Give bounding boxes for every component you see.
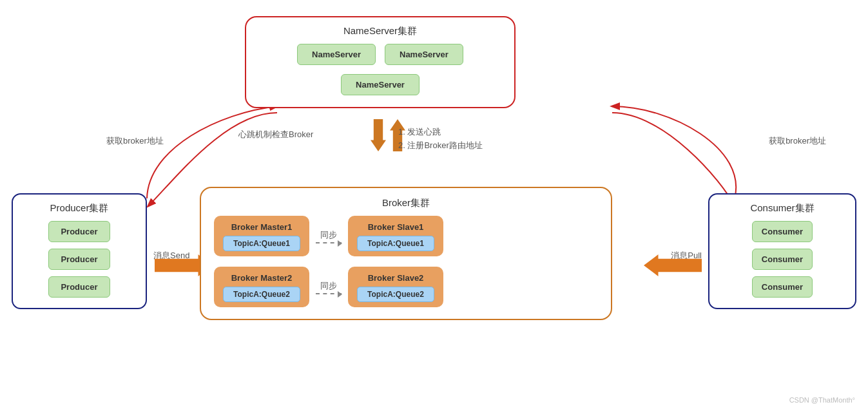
broker-master1-topic: TopicA:Queue1 <box>223 236 300 251</box>
broker-master1-title: Broker Master1 <box>223 222 300 232</box>
arrow-down <box>371 119 386 151</box>
broker-master2-title: Broker Master2 <box>223 273 300 283</box>
broker-master1-box: Broker Master1 TopicA:Queue1 <box>214 216 309 256</box>
dashed-line-2 <box>316 293 342 294</box>
get-broker-left-label: 获取broker地址 <box>106 135 164 147</box>
consumer-cluster-label: Consumer集群 <box>720 202 845 214</box>
heartbeat-action-2: 2. 注册Broker路由地址 <box>398 139 483 153</box>
heartbeat-actions-label: 1. 发送心跳 2. 注册Broker路由地址 <box>398 126 483 153</box>
dashed-arrow-1 <box>316 242 342 243</box>
producer-box-3: Producer <box>48 276 110 298</box>
nameserver-box-3: NameServer <box>341 74 420 95</box>
producer-cluster-label: Producer集群 <box>23 202 135 214</box>
producer-cluster: Producer集群 Producer Producer Producer <box>12 193 147 309</box>
broker-row-2: Broker Master2 TopicA:Queue2 同步 Broker S… <box>214 267 598 307</box>
broker-slave1-title: Broker Slave1 <box>357 222 434 232</box>
watermark: CSDN @ThatMonth° <box>789 396 855 404</box>
nameserver-cluster: NameServer集群 NameServer NameServer NameS… <box>245 16 516 108</box>
orange-arrow-left-icon <box>644 254 702 276</box>
dashed-line-1 <box>316 242 342 243</box>
broker-slave2-box: Broker Slave2 TopicA:Queue2 <box>348 267 443 307</box>
broker-cluster: Broker集群 Broker Master1 TopicA:Queue1 同步… <box>200 187 612 320</box>
producer-box-2: Producer <box>48 249 110 270</box>
get-broker-right-label: 获取broker地址 <box>769 135 826 147</box>
dashed-arrow-2 <box>316 293 342 294</box>
heartbeat-check-label: 心跳机制检查Broker <box>238 129 313 140</box>
consumer-box-3: Consumer <box>752 276 813 298</box>
msg-pull-arrow <box>644 254 702 276</box>
diagram-container: NameServer集群 NameServer NameServer NameS… <box>0 0 868 409</box>
producer-box-1: Producer <box>48 221 110 242</box>
nameserver-cluster-label: NameServer集群 <box>259 25 501 37</box>
broker-rows: Broker Master1 TopicA:Queue1 同步 Broker S… <box>214 216 598 307</box>
sync-text-2: 同步 <box>320 280 337 292</box>
sync-label-2: 同步 <box>316 280 342 294</box>
sync-label-1: 同步 <box>316 229 342 243</box>
consumer-box-2: Consumer <box>752 249 813 270</box>
broker-row-1: Broker Master1 TopicA:Queue1 同步 Broker S… <box>214 216 598 256</box>
broker-master2-box: Broker Master2 TopicA:Queue2 <box>214 267 309 307</box>
broker-slave2-title: Broker Slave2 <box>357 273 434 283</box>
broker-master2-topic: TopicA:Queue2 <box>223 287 300 302</box>
broker-slave1-box: Broker Slave1 TopicA:Queue1 <box>348 216 443 256</box>
broker-slave2-topic: TopicA:Queue2 <box>357 287 434 302</box>
heartbeat-action-1: 1. 发送心跳 <box>398 126 483 139</box>
broker-cluster-label: Broker集群 <box>214 197 598 209</box>
nameserver-grid: NameServer NameServer NameServer <box>259 44 501 95</box>
consumer-cluster: Consumer集群 Consumer Consumer Consumer <box>708 193 856 309</box>
nameserver-box-2: NameServer <box>385 44 463 65</box>
consumer-box-1: Consumer <box>752 221 813 242</box>
sync-text-1: 同步 <box>320 229 337 241</box>
broker-slave1-topic: TopicA:Queue1 <box>357 236 434 251</box>
nameserver-box-1: NameServer <box>297 44 376 65</box>
consumer-grid: Consumer Consumer Consumer <box>720 221 845 298</box>
producer-grid: Producer Producer Producer <box>23 221 135 298</box>
